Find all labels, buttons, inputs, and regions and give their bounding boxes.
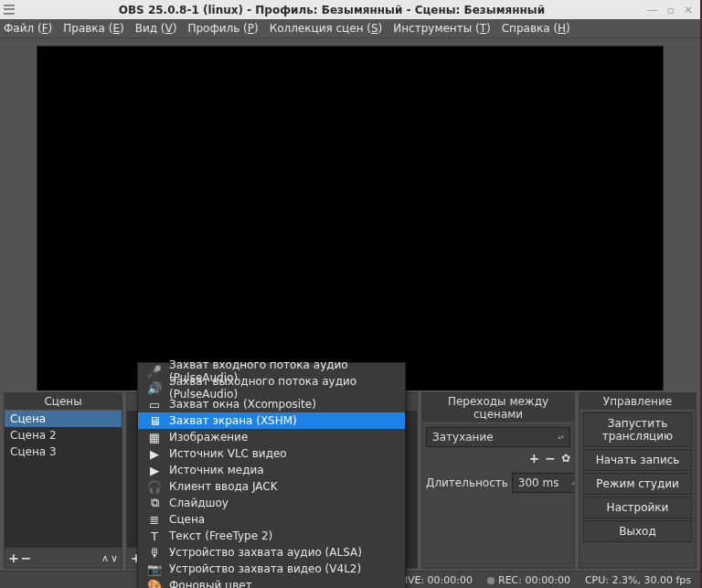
maximize-button[interactable]: ▫ — [667, 4, 675, 16]
menu-scene-collection[interactable]: Коллекция сцен (S) — [270, 22, 383, 35]
panel-scenes-header[interactable]: Сцены — [5, 393, 122, 411]
list-icon: ≣ — [147, 513, 162, 527]
source-menu-label: Устройство захвата аудио (ALSA) — [169, 546, 362, 559]
transition-duration-label: Длительность — [426, 476, 508, 489]
play-icon: ▶ — [147, 447, 162, 461]
preview-area — [0, 38, 700, 390]
source-menu-item[interactable]: 🎨Фоновый цвет — [138, 577, 405, 588]
transition-remove-button[interactable]: − — [545, 451, 556, 465]
transition-add-button[interactable]: + — [528, 451, 539, 465]
scene-item[interactable]: Сцена — [5, 411, 122, 427]
slides-icon: ⧉ — [147, 496, 162, 510]
add-scene-button[interactable]: + — [8, 551, 19, 565]
scene-down-button[interactable]: ∨ — [111, 552, 118, 564]
source-menu-item[interactable]: ≣Сцена — [138, 511, 405, 528]
exit-button[interactable]: Выход — [583, 520, 692, 542]
source-menu-item[interactable]: ⧉Слайдшоу — [138, 495, 405, 511]
content-area: Сцены Сцена Сцена 2 Сцена 3 + − ∧ ∨ Исто… — [0, 38, 700, 588]
transitions-body: Затухание ▴▾ + − ✿ Длительность 300 ms ▴ — [422, 423, 574, 568]
menu-profile[interactable]: Профиль (P) — [187, 22, 258, 35]
app-window: OBS 25.0.8-1 (linux) - Профиль: Безымянн… — [0, 0, 700, 588]
menu-help[interactable]: Справка (H) — [502, 22, 570, 35]
combo-spinner-icon: ▴▾ — [558, 434, 564, 440]
menubar: Файл (F) Правка (E) Вид (V) Профиль (P) … — [0, 19, 700, 38]
source-menu-label: Слайдшоу — [169, 497, 229, 509]
source-menu-item[interactable]: 📷Устройство захвата видео (V4L2) — [138, 561, 405, 577]
source-menu-item[interactable]: ▶Источник VLC видео — [138, 445, 405, 462]
source-menu-item[interactable]: ▶Источник медиа — [138, 462, 405, 478]
settings-button[interactable]: Настройки — [583, 497, 692, 519]
panel-controls-header[interactable]: Управление — [580, 393, 696, 411]
color-icon: 🎨 — [147, 579, 162, 589]
menu-file[interactable]: Файл (F) — [4, 22, 52, 35]
scenes-list[interactable]: Сцена Сцена 2 Сцена 3 — [5, 411, 122, 548]
scenes-toolbar: + − ∧ ∨ — [5, 548, 122, 568]
source-menu-label: Источник VLC видео — [169, 447, 287, 460]
camera-icon: 📷 — [147, 562, 162, 576]
source-menu-label: Захват экрана (XSHM) — [169, 414, 297, 427]
source-menu-item[interactable]: 🔊Захват выходного потока аудио (PulseAud… — [138, 380, 405, 396]
source-menu-label: Текст (FreeType 2) — [169, 529, 272, 542]
remove-scene-button[interactable]: − — [21, 551, 32, 565]
source-menu-label: Захват выходного потока аудио (PulseAudi… — [169, 375, 396, 401]
panel-controls: Управление Запустить трансляцию Начать з… — [579, 392, 697, 569]
transition-type-combo[interactable]: Затухание ▴▾ — [426, 427, 570, 447]
panel-scenes: Сцены Сцена Сцена 2 Сцена 3 + − ∧ ∨ — [4, 392, 122, 569]
source-menu-label: Фоновый цвет — [169, 579, 252, 588]
source-menu-label: Захват окна (Xcomposite) — [169, 398, 316, 411]
image-icon: ▦ — [147, 431, 162, 444]
titlebar[interactable]: OBS 25.0.8-1 (linux) - Профиль: Безымянн… — [0, 0, 700, 19]
source-menu-item[interactable]: 🎙Устройство захвата аудио (ALSA) — [138, 544, 405, 561]
window-icon: ▭ — [147, 398, 162, 412]
source-menu-item[interactable]: 🎧Клиент ввода JACK — [138, 478, 405, 495]
panel-transitions: Переходы между сценами Затухание ▴▾ + − … — [421, 392, 575, 569]
source-menu-label: Источник медиа — [169, 464, 264, 476]
scene-up-button[interactable]: ∧ — [101, 552, 109, 564]
gear-icon[interactable]: ✿ — [561, 451, 570, 465]
panel-transitions-header[interactable]: Переходы между сценами — [422, 393, 574, 423]
source-menu-label: Изображение — [169, 431, 248, 444]
jack-icon: 🎧 — [147, 480, 162, 494]
start-streaming-button[interactable]: Запустить трансляцию — [583, 412, 692, 447]
menu-view[interactable]: Вид (V) — [135, 22, 177, 35]
source-menu-label: Клиент ввода JACK — [169, 480, 278, 493]
source-menu-item[interactable]: TТекст (FreeType 2) — [138, 528, 405, 544]
source-menu-item[interactable]: ▦Изображение — [138, 429, 405, 445]
source-menu-item[interactable]: 🖥Захват экрана (XSHM) — [138, 412, 405, 429]
scene-item[interactable]: Сцена 3 — [5, 444, 122, 460]
preview-canvas[interactable] — [37, 46, 664, 391]
studio-mode-button[interactable]: Режим студии — [583, 473, 692, 495]
mic-icon: 🎤 — [147, 365, 162, 379]
close-button[interactable]: ✕ — [684, 4, 693, 16]
status-rec: REC: 00:00:00 — [487, 574, 570, 586]
monitor-icon: 🖥 — [147, 414, 162, 428]
status-cpu: CPU: 2.3%, 30.00 fps — [585, 574, 691, 586]
menu-edit[interactable]: Правка (E) — [63, 22, 123, 35]
transition-duration-value: 300 ms — [518, 476, 559, 489]
add-source-context-menu[interactable]: 🎤Захват входного потока аудио (PulseAudi… — [137, 362, 406, 588]
source-menu-label: Сцена — [169, 513, 205, 526]
spinner-icon: ▴▾ — [572, 480, 574, 486]
transition-duration-input[interactable]: 300 ms ▴▾ — [512, 473, 574, 493]
app-menu-icon[interactable] — [4, 4, 16, 16]
start-recording-button[interactable]: Начать запись — [583, 449, 692, 471]
text-icon: T — [147, 529, 162, 543]
play-icon: ▶ — [147, 464, 162, 477]
transition-type-value: Затухание — [432, 431, 494, 444]
menu-tools[interactable]: Инструменты (T) — [393, 22, 490, 35]
window-title: OBS 25.0.8-1 (linux) - Профиль: Безымянн… — [16, 4, 647, 16]
controls-body: Запустить трансляцию Начать запись Режим… — [580, 411, 696, 568]
speaker-icon: 🔊 — [147, 381, 162, 395]
minimize-button[interactable]: — — [647, 4, 658, 16]
audiodev-icon: 🎙 — [147, 546, 162, 560]
scene-item[interactable]: Сцена 2 — [5, 427, 122, 444]
source-menu-label: Устройство захвата видео (V4L2) — [169, 562, 361, 575]
